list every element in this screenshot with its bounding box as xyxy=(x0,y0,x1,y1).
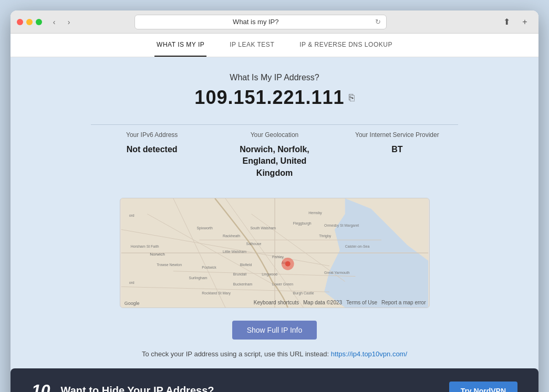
add-tab-button[interactable]: + xyxy=(517,15,532,29)
ipv6-card: Your IPv6 Address Not detected xyxy=(91,124,213,185)
back-button[interactable]: ‹ xyxy=(47,15,61,29)
hide-ip-title: Want to Hide Your IP Address? xyxy=(61,385,214,392)
report-map-error[interactable]: Report a map error xyxy=(381,300,426,305)
ip-address-display: 109.151.221.111 ⎘ xyxy=(194,87,354,109)
svg-text:Great Yarmouth: Great Yarmouth xyxy=(324,271,350,274)
copy-icon[interactable]: ⎘ xyxy=(349,92,355,103)
share-button[interactable]: ⬆ xyxy=(500,15,514,29)
ipv6-value: Not detected xyxy=(127,144,178,155)
svg-text:Blofield: Blofield xyxy=(240,263,252,267)
svg-text:Lower Green: Lower Green xyxy=(272,283,293,287)
svg-text:Rackheath: Rackheath xyxy=(222,234,240,238)
svg-text:Norwich: Norwich xyxy=(150,252,165,257)
keyboard-shortcuts[interactable]: Keyboard shortcuts xyxy=(254,300,299,305)
svg-text:Lingwood: Lingwood xyxy=(262,272,277,277)
show-full-ip-button[interactable]: Show Full IP Info xyxy=(232,321,317,340)
banner-logo: 10 xyxy=(32,381,50,392)
svg-text:ord: ord xyxy=(129,281,134,285)
svg-text:Horsham St Faith: Horsham St Faith xyxy=(130,245,159,248)
svg-text:Rockland St Mary: Rockland St Mary xyxy=(202,291,231,295)
terms-of-use[interactable]: Terms of Use xyxy=(346,300,377,305)
svg-text:ord: ord xyxy=(129,214,134,217)
svg-text:Surlingham: Surlingham xyxy=(189,276,207,280)
svg-text:South Walsham: South Walsham xyxy=(250,227,276,230)
maximize-button[interactable] xyxy=(36,19,42,25)
ip-address-value: 109.151.221.111 xyxy=(194,87,344,109)
try-vpn-button[interactable]: Try NordVPN xyxy=(449,382,517,392)
svg-text:Google: Google xyxy=(124,301,139,306)
geolocation-label: Your Geolocation xyxy=(251,131,299,139)
script-info-text: To check your IP address using a script,… xyxy=(142,350,329,358)
geolocation-value: Norwich, Norfolk, England, United Kingdo… xyxy=(224,144,325,179)
svg-text:Thrigby: Thrigby xyxy=(319,234,332,238)
script-info: To check your IP address using a script,… xyxy=(142,350,407,358)
traffic-lights xyxy=(17,19,42,25)
map-overlay-right: Keyboard shortcuts Map data ©2023 Terms … xyxy=(254,300,426,305)
title-bar: ‹ › What is my IP? ↻ ⬆ + xyxy=(11,10,538,34)
svg-text:Burgh Castle: Burgh Castle xyxy=(293,291,314,295)
isp-value: BT xyxy=(391,144,402,155)
svg-text:Buckenham: Buckenham xyxy=(233,283,252,287)
close-button[interactable] xyxy=(17,19,23,25)
minimize-button[interactable] xyxy=(26,19,33,25)
isp-card: Your Internet Service Provider BT xyxy=(336,124,458,185)
svg-text:Salhouse: Salhouse xyxy=(246,242,261,246)
svg-point-41 xyxy=(285,261,290,267)
svg-text:Postwick: Postwick xyxy=(202,266,216,269)
map-data-label: Map data ©2023 xyxy=(303,300,342,305)
browser-window: ‹ › What is my IP? ↻ ⬆ + What Is My IP I… xyxy=(11,10,538,392)
banner-left: 10 Want to Hide Your IP Address? xyxy=(32,381,214,392)
nav-item-what-is-my-ip[interactable]: What Is My IP xyxy=(154,34,206,57)
nav-buttons: ‹ › xyxy=(47,15,76,29)
svg-text:Fleggburgh: Fleggburgh xyxy=(293,221,311,226)
svg-text:Caister-on-Sea: Caister-on-Sea xyxy=(345,245,369,248)
geolocation-card: Your Geolocation Norwich, Norfolk, Engla… xyxy=(213,124,336,185)
svg-text:Fishley: Fishley xyxy=(272,255,284,259)
ipv6-label: Your IPv6 Address xyxy=(126,131,178,139)
main-content: What Is My IP Address? 109.151.221.111 ⎘… xyxy=(11,57,538,392)
info-cards: Your IPv6 Address Not detected Your Geol… xyxy=(91,124,459,185)
page-title: What Is My IP Address? xyxy=(230,73,319,82)
isp-label: Your Internet Service Provider xyxy=(355,131,439,139)
svg-text:Little Walsham: Little Walsham xyxy=(222,250,246,253)
toolbar-right: ⬆ + xyxy=(500,15,532,29)
svg-text:Hemsby: Hemsby xyxy=(308,211,322,215)
svg-text:Trowse Newton: Trowse Newton xyxy=(157,263,182,267)
refresh-button[interactable]: ↻ xyxy=(375,18,381,26)
svg-text:Spixworth: Spixworth xyxy=(196,227,213,231)
address-bar[interactable]: What is my IP? ↻ xyxy=(134,15,387,29)
nav-item-reverse-dns[interactable]: IP & Reverse DNS Lookup xyxy=(297,34,395,57)
nav-item-ip-leak-test[interactable]: IP Leak Test xyxy=(227,34,276,57)
script-link[interactable]: https://ip4.top10vpn.com/ xyxy=(331,350,407,358)
svg-text:Ormesby St Margaret: Ormesby St Margaret xyxy=(324,224,359,228)
svg-text:Brundall: Brundall xyxy=(233,272,246,276)
nav-bar: What Is My IP IP Leak Test IP & Reverse … xyxy=(11,34,538,57)
hide-ip-banner: 10 Want to Hide Your IP Address? Try Nor… xyxy=(11,368,538,392)
forward-button[interactable]: › xyxy=(62,15,76,29)
map-container: Norwich Horsham St Faith Spixworth Rackh… xyxy=(120,198,430,308)
address-text: What is my IP? xyxy=(140,18,371,26)
